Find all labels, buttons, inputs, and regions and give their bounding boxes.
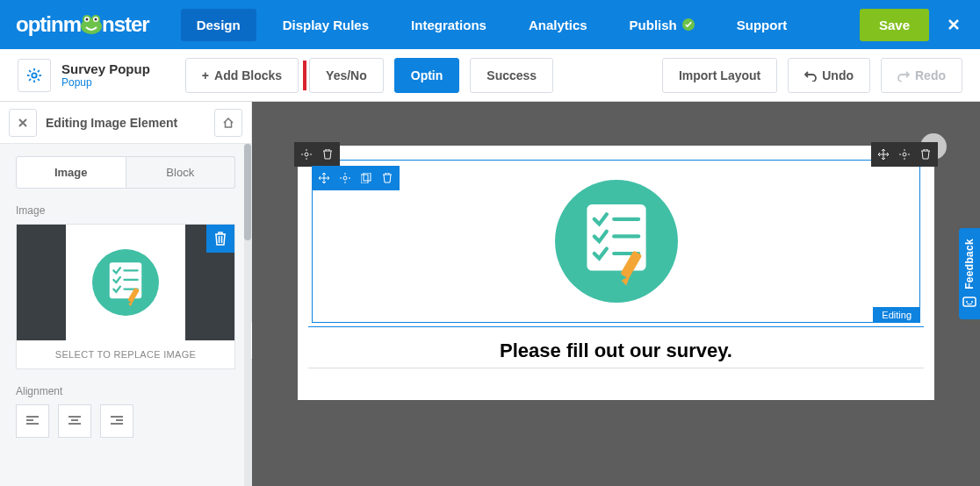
logo-text-left: optinm: [16, 12, 81, 37]
top-nav: optinm nster Design Display Rules Integr…: [0, 0, 980, 49]
nav-design[interactable]: Design: [181, 9, 256, 41]
import-layout-button[interactable]: Import Layout: [662, 58, 777, 93]
svg-point-39: [903, 153, 906, 156]
sidebar-title: Editing Image Element: [46, 116, 205, 130]
add-blocks-button[interactable]: + Add Blocks: [185, 58, 299, 93]
sidebar-home-button[interactable]: [214, 109, 242, 137]
nav-integrations[interactable]: Integrations: [395, 9, 502, 41]
logo-text-right: nster: [102, 12, 149, 37]
section-image-label: Image: [0, 189, 251, 224]
image-preview: [17, 225, 234, 340]
nav-analytics[interactable]: Analytics: [513, 9, 603, 41]
sub-toolbar: Survey Popup Popup + Add Blocks Yes/No O…: [0, 49, 980, 102]
feedback-tab[interactable]: Feedback: [959, 228, 980, 319]
svg-line-20: [38, 78, 40, 80]
feedback-label: Feedback: [963, 239, 976, 289]
popup-container[interactable]: Editing Please fill out our survey.: [298, 146, 934, 400]
tab-block[interactable]: Block: [126, 156, 236, 189]
row-settings-button[interactable]: [298, 146, 315, 163]
column-delete-button[interactable]: [917, 146, 934, 163]
svg-point-32: [305, 153, 308, 156]
view-yesno-button[interactable]: Yes/No: [309, 58, 384, 93]
delete-image-button[interactable]: [206, 225, 234, 253]
svg-line-21: [29, 78, 31, 80]
tab-image[interactable]: Image: [16, 156, 126, 189]
image-element: [313, 171, 919, 311]
trash-icon: [214, 232, 227, 246]
close-icon: [18, 118, 27, 127]
add-blocks-label: Add Blocks: [214, 68, 282, 82]
redo-button[interactable]: Redo: [881, 58, 962, 93]
element-toolbar: [312, 166, 400, 190]
nav-support[interactable]: Support: [721, 9, 803, 41]
move-icon: [319, 173, 329, 183]
canvas: Editing Please fill out our survey.: [252, 102, 980, 486]
select-image-label: SELECT TO REPLACE IMAGE: [17, 340, 234, 368]
nav-publish-label: Publish: [630, 18, 677, 32]
element-delete-button[interactable]: [378, 169, 396, 187]
align-left-button[interactable]: [16, 404, 49, 438]
element-copy-button[interactable]: [357, 169, 375, 187]
row-delete-button[interactable]: [319, 146, 336, 163]
svg-point-12: [85, 18, 88, 21]
redo-label: Redo: [915, 68, 946, 82]
align-center-button[interactable]: [58, 404, 91, 438]
gear-icon: [899, 149, 910, 160]
svg-point-46: [343, 176, 347, 180]
image-card[interactable]: SELECT TO REPLACE IMAGE: [16, 224, 235, 369]
redo-icon: [897, 69, 910, 82]
close-icon: [948, 18, 960, 31]
element-settings-button[interactable]: [336, 169, 354, 187]
copy-icon: [361, 173, 371, 183]
gear-icon: [340, 173, 350, 183]
close-button[interactable]: [938, 9, 969, 40]
sidebar-header: Editing Image Element: [0, 102, 251, 144]
view-success-button[interactable]: Success: [470, 58, 553, 93]
check-icon: [682, 18, 695, 31]
chat-icon: [962, 297, 976, 309]
campaign-type: Popup: [61, 76, 150, 89]
save-button[interactable]: Save: [860, 9, 929, 41]
section-alignment-label: Alignment: [0, 369, 251, 404]
checklist-icon: [555, 180, 678, 303]
nav-publish[interactable]: Publish: [614, 9, 710, 41]
gear-icon: [26, 68, 42, 83]
row-toolbar: [294, 142, 340, 167]
campaign-settings-button[interactable]: [18, 59, 51, 92]
element-move-button[interactable]: [315, 169, 333, 187]
logo[interactable]: optinm nster: [16, 12, 149, 37]
svg-point-55: [971, 301, 973, 303]
sidebar-scrollbar[interactable]: [244, 144, 251, 486]
svg-point-14: [32, 73, 36, 77]
nav-display-rules[interactable]: Display Rules: [267, 9, 385, 41]
column-settings-button[interactable]: [896, 146, 913, 163]
svg-line-19: [29, 70, 31, 72]
campaign-info: Survey Popup Popup: [61, 61, 150, 89]
align-center-icon: [68, 416, 81, 426]
trash-icon: [323, 149, 332, 160]
checklist-icon: [92, 249, 159, 316]
plus-icon: +: [202, 68, 209, 82]
undo-icon: [804, 69, 817, 82]
svg-point-13: [94, 18, 97, 21]
align-right-button[interactable]: [100, 404, 133, 438]
undo-button[interactable]: Undo: [788, 58, 870, 93]
column-move-button[interactable]: [875, 146, 892, 163]
svg-rect-52: [364, 173, 371, 181]
sidebar: Editing Image Element Image Block Image …: [0, 102, 252, 486]
editing-badge: Editing: [873, 307, 920, 323]
svg-rect-51: [361, 175, 368, 183]
selected-image-element[interactable]: Editing: [312, 160, 920, 323]
gear-icon: [301, 149, 312, 160]
view-optin-button[interactable]: Optin: [394, 58, 460, 93]
trash-icon: [921, 149, 930, 160]
sidebar-back-button[interactable]: [9, 109, 37, 137]
popup-caption[interactable]: Please fill out our survey.: [308, 339, 924, 362]
logo-monster-icon: [80, 14, 103, 35]
home-icon: [223, 118, 234, 128]
svg-line-22: [38, 70, 40, 72]
svg-point-54: [966, 301, 968, 303]
align-left-icon: [26, 416, 39, 426]
sidebar-tabs: Image Block: [16, 156, 235, 189]
campaign-title: Survey Popup: [61, 61, 150, 76]
